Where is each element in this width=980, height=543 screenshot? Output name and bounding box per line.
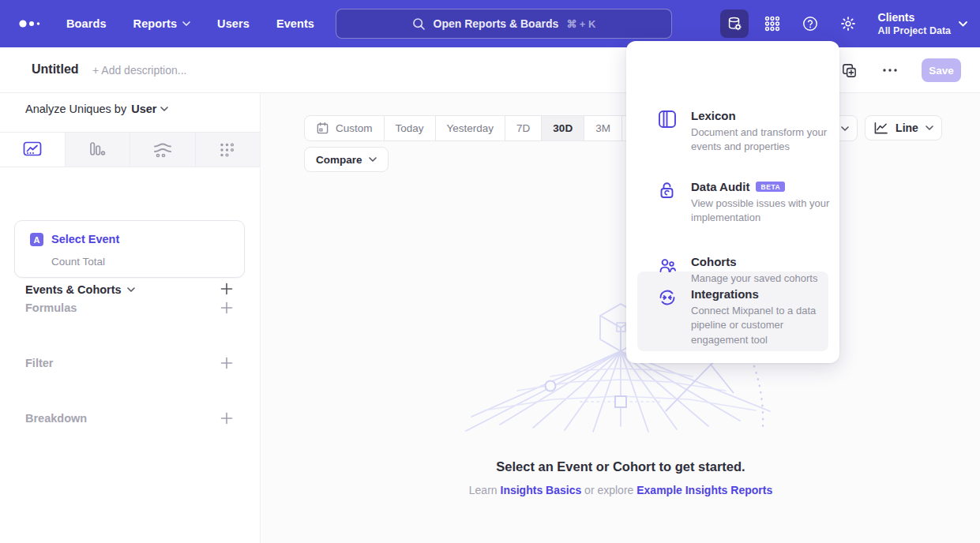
range-custom[interactable]: Custom xyxy=(305,116,385,140)
range-3m-label: 3M xyxy=(595,122,610,134)
select-event-card[interactable]: A Select Event Count Total xyxy=(14,220,245,278)
tab-line-chart[interactable] xyxy=(0,133,65,167)
global-search-input[interactable]: Open Reports & Boards ⌘ + K xyxy=(336,9,672,39)
cohorts-description: Manage your saved cohorts xyxy=(691,272,838,286)
nav-right-icons: Clients All Project Data xyxy=(720,0,967,47)
tab-metric-grid[interactable] xyxy=(195,133,261,167)
range-today[interactable]: Today xyxy=(385,116,436,140)
report-description-placeholder[interactable]: + Add description... xyxy=(92,64,186,77)
insights-basics-link[interactable]: Insights Basics xyxy=(501,484,582,496)
add-event-button[interactable] xyxy=(220,282,234,296)
empty-state-links: Learn Insights Basics or explore Example… xyxy=(261,484,980,496)
chevron-down-icon xyxy=(841,126,849,131)
apps-grid-button[interactable] xyxy=(758,9,787,38)
menu-item-lexicon[interactable]: Lexicon Document and transform your even… xyxy=(626,109,839,155)
nav-item-boards[interactable]: Boards xyxy=(66,17,107,30)
analyze-value-dropdown[interactable]: User xyxy=(131,103,168,115)
plus-icon xyxy=(220,301,233,314)
select-event-label[interactable]: Select Event xyxy=(51,233,119,245)
events-cohorts-label: Events & Cohorts xyxy=(25,283,122,296)
help-button[interactable] xyxy=(796,9,824,38)
save-button[interactable]: Save xyxy=(922,58,961,82)
data-management-icon xyxy=(726,15,743,32)
search-shortcut: ⌘ + K xyxy=(566,18,595,30)
duplicate-report-button[interactable] xyxy=(839,61,858,80)
filter-label: Filter xyxy=(25,357,53,369)
apps-grid-icon xyxy=(764,16,780,32)
compare-dropdown[interactable]: Compare xyxy=(304,147,389,172)
plus-icon xyxy=(220,412,233,425)
range-7d[interactable]: 7D xyxy=(505,116,542,140)
mixpanel-insights-page: Boards Reports Users Events Open Reports… xyxy=(0,0,980,543)
data-management-menu: Lexicon Document and transform your even… xyxy=(626,41,839,363)
search-placeholder: Open Reports & Boards xyxy=(434,17,559,30)
chevron-down-icon xyxy=(182,21,190,26)
learn-prefix: Learn xyxy=(469,484,501,496)
chart-type-dropdown[interactable]: Line xyxy=(865,115,942,140)
count-total-label[interactable]: Count Total xyxy=(51,256,105,268)
range-yesterday[interactable]: Yesterday xyxy=(436,116,506,140)
query-builder-sidebar: Analyze Uniques by User xyxy=(0,93,261,543)
chevron-down-icon xyxy=(959,21,967,27)
settings-button[interactable] xyxy=(834,9,862,38)
line-chart-icon xyxy=(873,122,888,135)
mixpanel-logo-icon[interactable] xyxy=(17,17,44,30)
nav-item-reports-label: Reports xyxy=(133,17,178,30)
chart-canvas-area: Custom Today Yesterday 7D 30D 3M 6M Comp… xyxy=(261,93,980,543)
chart-type-tabs xyxy=(0,132,260,167)
tab-bar-chart[interactable] xyxy=(65,133,130,167)
range-today-label: Today xyxy=(396,122,424,134)
copy-plus-icon xyxy=(841,62,858,79)
project-switcher[interactable]: Clients All Project Data xyxy=(878,11,967,36)
help-icon xyxy=(802,15,819,32)
top-nav: Boards Reports Users Events Open Reports… xyxy=(0,0,980,47)
nav-item-users[interactable]: Users xyxy=(217,17,250,30)
add-breakdown-button[interactable] xyxy=(220,411,234,425)
data-audit-title: Data Audit xyxy=(691,180,749,193)
chart-type-label: Line xyxy=(896,122,918,134)
cohorts-icon xyxy=(657,255,678,275)
nav-item-events-label: Events xyxy=(276,17,314,30)
bar-chart-icon xyxy=(88,141,107,159)
add-filter-button[interactable] xyxy=(220,356,234,370)
compare-label: Compare xyxy=(316,154,362,166)
more-options-button[interactable] xyxy=(880,61,899,80)
metric-grid-icon xyxy=(219,141,236,159)
integrations-description: Connect Mixpanel to a data pipeline or c… xyxy=(691,304,838,347)
nav-item-reports[interactable]: Reports xyxy=(133,17,191,30)
or-explore-text: or explore xyxy=(581,484,636,496)
chevron-down-icon xyxy=(369,157,377,162)
nav-item-users-label: Users xyxy=(217,17,250,30)
project-name: All Project Data xyxy=(878,25,951,36)
menu-item-cohorts[interactable]: Cohorts Manage your saved cohorts xyxy=(626,255,839,286)
lexicon-description: Document and transform your events and p… xyxy=(691,125,838,155)
range-3m[interactable]: 3M xyxy=(584,116,622,140)
stacked-flow-icon xyxy=(152,141,173,159)
chevron-down-icon xyxy=(160,107,168,111)
events-cohorts-header[interactable]: Events & Cohorts xyxy=(25,283,135,296)
data-audit-description: View possible issues with your implement… xyxy=(691,197,838,226)
range-30d[interactable]: 30D xyxy=(542,116,584,140)
beta-badge: BETA xyxy=(756,182,785,192)
data-management-button[interactable] xyxy=(720,9,749,38)
range-yesterday-label: Yesterday xyxy=(447,122,494,134)
range-7d-label: 7D xyxy=(516,122,530,134)
menu-item-integrations[interactable]: Integrations Connect Mixpanel to a data … xyxy=(626,287,839,347)
nav-item-boards-label: Boards xyxy=(66,17,107,30)
nav-links: Boards Reports Users Events xyxy=(66,17,314,30)
settings-gear-icon xyxy=(839,15,857,32)
data-audit-icon xyxy=(657,180,678,200)
add-formula-button[interactable] xyxy=(220,301,234,315)
example-insights-reports-link[interactable]: Example Insights Reports xyxy=(636,484,772,496)
event-series-badge: A xyxy=(30,233,43,246)
tab-stacked-chart[interactable] xyxy=(130,133,195,167)
menu-item-data-audit[interactable]: Data AuditBETA View possible issues with… xyxy=(626,180,839,226)
plus-icon xyxy=(220,357,233,369)
integrations-title: Integrations xyxy=(691,287,759,301)
lexicon-title: Lexicon xyxy=(691,109,736,122)
report-title[interactable]: Untitled xyxy=(32,62,79,77)
nav-item-events[interactable]: Events xyxy=(276,17,314,30)
integrations-icon xyxy=(657,287,678,308)
search-icon xyxy=(412,17,426,31)
org-name: Clients xyxy=(878,11,951,25)
